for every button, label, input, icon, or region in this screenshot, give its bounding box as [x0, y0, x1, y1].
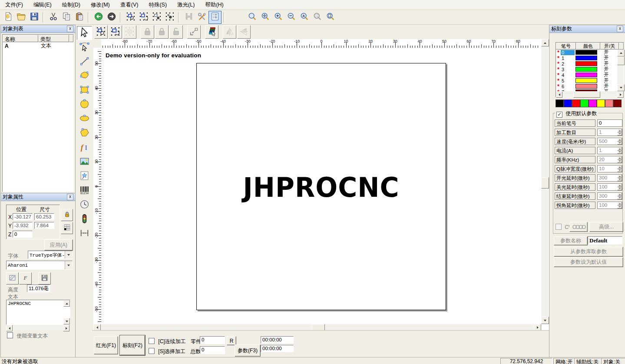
menu-item-1[interactable]: 文件(F): [0, 0, 28, 10]
spinner-control[interactable]: [617, 129, 622, 136]
menu-item-8[interactable]: 帮助(H): [200, 0, 228, 10]
tool-rectangle-button[interactable]: [77, 83, 92, 97]
pen-col-state[interactable]: 开/关: [600, 43, 619, 50]
spinner-down-icon[interactable]: [617, 196, 622, 200]
menu-item-3[interactable]: 绘制(D): [57, 0, 86, 10]
pen-col-number[interactable]: 笔号: [556, 43, 576, 50]
copy-button[interactable]: [60, 11, 73, 24]
color-swatch-2[interactable]: [564, 99, 572, 107]
y-size-field[interactable]: 7.864: [34, 222, 54, 229]
close-icon[interactable]: x: [67, 26, 73, 32]
param-list-button[interactable]: [208, 11, 222, 24]
menu-item-2[interactable]: 编辑(E): [28, 0, 57, 10]
node-edit-1-button[interactable]: [124, 11, 137, 24]
scroll-down-icon[interactable]: [541, 317, 549, 324]
canvas-vscrollbar[interactable]: [541, 39, 548, 324]
param-name-field[interactable]: Default: [588, 236, 622, 245]
set-as-default-button[interactable]: 参数设为默认值: [554, 257, 623, 267]
spinner-control[interactable]: [617, 175, 622, 181]
tool-node-edit-button[interactable]: [77, 40, 92, 54]
pen-hscroll-thumb[interactable]: [573, 91, 600, 98]
spinner-up-icon[interactable]: [617, 165, 622, 169]
pen-number[interactable]: 1: [561, 56, 575, 61]
color-swatch-6[interactable]: [597, 99, 605, 107]
param-value-3[interactable]: 500: [597, 138, 622, 145]
color-swatch-5[interactable]: [589, 99, 597, 107]
menu-item-5[interactable]: 查看(V): [115, 0, 144, 10]
menu-item-7[interactable]: 激光(L): [172, 0, 200, 10]
zoom-out-button[interactable]: [285, 11, 298, 24]
part-count-field[interactable]: 0: [200, 336, 225, 344]
text-content-area[interactable]: JHPROCNC: [6, 300, 70, 325]
use-default-checkbox[interactable]: [556, 112, 562, 118]
continuous-checkbox[interactable]: [149, 338, 155, 344]
pen-number[interactable]: 0: [561, 50, 575, 55]
save-font-button[interactable]: [38, 272, 51, 285]
pen-col-color[interactable]: 颜色: [576, 43, 600, 50]
height-field[interactable]: 11.076毫: [27, 285, 50, 292]
scroll-right-icon[interactable]: [617, 91, 624, 98]
pen-hscrollbar[interactable]: [556, 91, 624, 97]
param-value-9[interactable]: 300: [597, 192, 622, 200]
pen-vscrollbar[interactable]: [617, 50, 624, 91]
pen-number[interactable]: 3: [561, 67, 575, 72]
spinner-up-icon[interactable]: [617, 138, 622, 142]
spinner-down-icon[interactable]: [617, 132, 622, 136]
tools-button[interactable]: [195, 11, 208, 24]
chevron-down-icon[interactable]: [65, 261, 72, 269]
reset-count-button[interactable]: R: [227, 336, 236, 345]
scroll-up-icon[interactable]: [541, 39, 549, 46]
tool-polygon-button[interactable]: [77, 126, 92, 140]
select-process-checkbox[interactable]: [149, 348, 155, 354]
total-count-field[interactable]: 0: [200, 346, 225, 354]
scroll-down-icon[interactable]: [63, 318, 70, 324]
x-size-field[interactable]: 60.253: [34, 213, 54, 220]
pen-number[interactable]: 2: [561, 61, 575, 66]
pen-number[interactable]: 6: [561, 84, 575, 89]
column-header-type[interactable]: 类型: [38, 35, 69, 42]
scroll-up-icon[interactable]: [617, 50, 625, 56]
z-position-field[interactable]: 0: [13, 231, 33, 238]
spinner-up-icon[interactable]: [617, 129, 622, 132]
work-area[interactable]: Demo version-only for evaluation JHPROCN…: [101, 48, 541, 324]
spinner-down-icon[interactable]: [617, 160, 622, 163]
menu-item-6[interactable]: 特殊(S): [143, 0, 172, 10]
spinner-control[interactable]: [617, 193, 622, 199]
undo-button[interactable]: [92, 11, 105, 24]
color-swatch-7[interactable]: [605, 99, 613, 107]
spinner-control[interactable]: [617, 202, 622, 208]
spinner-up-icon[interactable]: [617, 156, 622, 160]
spinner-down-icon[interactable]: [617, 187, 622, 191]
new-file-button[interactable]: [2, 11, 15, 24]
param-value-10[interactable]: 100: [597, 202, 622, 209]
close-icon[interactable]: x: [617, 26, 623, 32]
pen-number[interactable]: 5: [561, 78, 575, 83]
spinner-control[interactable]: [617, 165, 622, 172]
spinner-up-icon[interactable]: [617, 175, 622, 178]
object-list-row[interactable]: A文本: [3, 42, 73, 50]
spinner-up-icon[interactable]: [617, 184, 622, 187]
node-edit-2-button[interactable]: [137, 11, 150, 24]
redo-button[interactable]: [105, 11, 118, 24]
tool-ellipse-button[interactable]: [77, 112, 92, 126]
tool-text-tool-button[interactable]: fI: [77, 141, 92, 155]
zoom-in-button[interactable]: [272, 11, 285, 24]
tool-vector-file-button[interactable]: [77, 169, 92, 183]
color-swatch-4[interactable]: [580, 99, 589, 107]
scroll-left-icon[interactable]: [556, 91, 562, 98]
apply-button[interactable]: 应用(A): [44, 239, 73, 251]
y-position-field[interactable]: -3.932: [13, 222, 33, 229]
spinner-control[interactable]: [617, 156, 622, 163]
hatch-style-button[interactable]: [6, 272, 19, 285]
tool-select-button[interactable]: [77, 26, 92, 40]
column-header-name[interactable]: 名称: [3, 35, 38, 42]
to-origin-button[interactable]: [187, 25, 201, 39]
chevron-down-icon[interactable]: [65, 251, 72, 258]
load-from-library-button[interactable]: 从参数库取参数: [554, 247, 623, 257]
tool-freehand-button[interactable]: [77, 69, 92, 83]
zoom-button[interactable]: [246, 11, 259, 24]
spinner-up-icon[interactable]: [617, 147, 622, 151]
x-position-field[interactable]: -30.127: [13, 213, 33, 220]
tool-line-button[interactable]: [77, 55, 92, 69]
close-icon[interactable]: x: [67, 194, 73, 200]
